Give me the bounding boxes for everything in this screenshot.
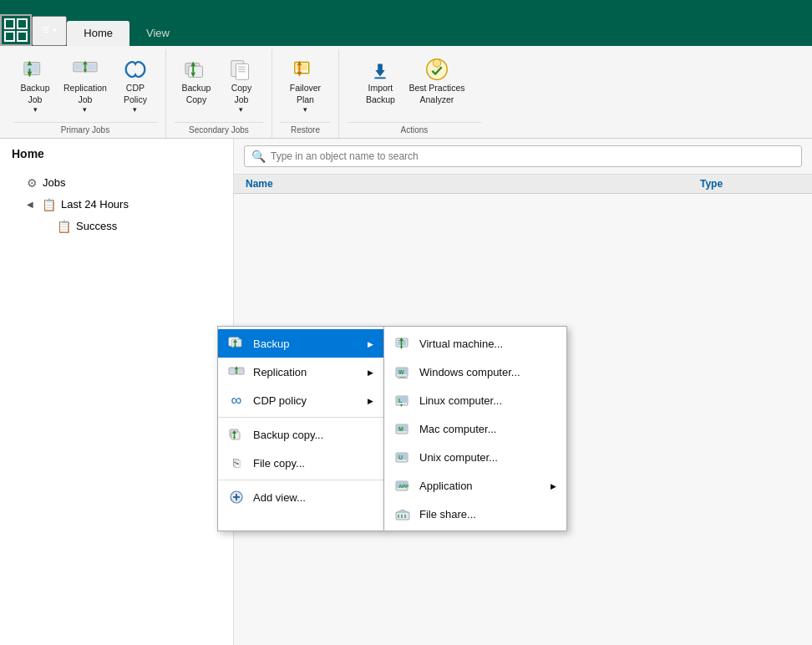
ctx-sub-unix-label: Unix computer... <box>419 451 556 464</box>
ctx-sub-application[interactable]: APP Application <box>384 471 566 500</box>
ctx-item-add-view[interactable]: Add view... <box>218 483 383 511</box>
ctx-sub-app-label: Application <box>419 480 532 492</box>
search-bar: 🔍 <box>234 139 812 175</box>
table-header: Name Type <box>234 175 812 194</box>
backup-job-label: Backup Job <box>20 83 49 105</box>
restore-label: Restore <box>281 122 330 138</box>
ctx-item-backup[interactable]: Backup <box>218 329 383 358</box>
ctx-backup-icon <box>228 335 245 352</box>
ctx-sub-mac[interactable]: M Mac computer... <box>384 414 566 443</box>
backup-job-icon <box>22 56 48 83</box>
hamburger-button[interactable]: ≡ ▾ <box>32 16 67 46</box>
tab-view[interactable]: View <box>129 21 186 46</box>
ctx-divider-2 <box>218 480 383 480</box>
tab-home[interactable]: Home <box>67 21 129 46</box>
ctx-file-copy-icon: ⎘ <box>228 455 245 471</box>
svg-rect-2 <box>18 19 27 28</box>
ctx-backup-label: Backup <box>253 338 349 350</box>
ctx-item-replication[interactable]: Replication <box>218 358 383 386</box>
svg-marker-40 <box>234 346 236 348</box>
ctx-item-backup-copy[interactable]: Backup copy... <box>218 420 383 449</box>
primary-jobs-label: Primary Jobs <box>13 122 157 138</box>
best-practices-icon <box>424 56 450 83</box>
ctx-sub-windows[interactable]: W Windows computer... <box>384 358 566 386</box>
svg-text:U: U <box>398 455 403 460</box>
copy-job-label: Copy Job <box>231 83 252 105</box>
svg-rect-10 <box>75 63 83 69</box>
title-bar: ≡ ▾ Home View <box>0 0 812 46</box>
ctx-sub-linux-label: Linux computer... <box>419 394 556 407</box>
svg-rect-3 <box>18 32 27 41</box>
ribbon-group-restore: Failover Plan Restore <box>272 49 339 138</box>
ctx-replication-icon <box>228 363 245 380</box>
best-practices-button[interactable]: Best Practices Analyzer <box>403 53 469 109</box>
ctx-sub-unix-icon: U <box>394 449 411 465</box>
best-practices-label: Best Practices Analyzer <box>409 83 464 105</box>
jobs-icon: ⚙ <box>27 176 38 190</box>
backup-copy-label: Backup Copy <box>181 83 211 105</box>
ctx-cdp-label: CDP policy <box>253 394 349 407</box>
ctx-cdp-icon: ∞ <box>228 392 245 409</box>
svg-text:L: L <box>398 398 403 404</box>
import-backup-button[interactable]: Import Backup <box>358 53 402 109</box>
failover-plan-label: Failover Plan <box>290 83 321 105</box>
svg-rect-81 <box>396 512 409 520</box>
svg-rect-12 <box>88 63 95 69</box>
ctx-add-view-label: Add view... <box>253 491 373 504</box>
jobs-label: Jobs <box>43 176 65 189</box>
cdp-policy-button[interactable]: CDP Policy <box>114 53 157 119</box>
import-backup-label: Import Backup <box>366 83 395 105</box>
tree-item-success[interactable]: 📋 Success <box>0 216 233 237</box>
ribbon-group-restore-items: Failover Plan <box>283 53 327 119</box>
context-menu: Backup Replication ∞ CDP po <box>217 326 384 531</box>
svg-text:W: W <box>398 369 404 375</box>
svg-rect-17 <box>189 66 203 77</box>
success-icon: 📋 <box>57 220 71 233</box>
tree-expand-last24: ◀ <box>27 200 37 209</box>
cdp-policy-icon <box>122 56 149 83</box>
hamburger-arrow: ▾ <box>53 26 57 34</box>
tree-item-last24[interactable]: ◀ 📋 Last 24 Hours <box>0 194 233 216</box>
ctx-sub-unix[interactable]: U Unix computer... <box>384 443 566 471</box>
tree-item-jobs[interactable]: ⚙ Jobs <box>0 172 233 194</box>
failover-plan-button[interactable]: Failover Plan <box>283 53 327 119</box>
ctx-sub-file-share[interactable]: File share... <box>384 500 566 528</box>
import-backup-icon <box>367 56 393 83</box>
svg-rect-44 <box>230 368 235 372</box>
ctx-replication-arrow <box>364 368 373 377</box>
ctx-item-file-copy[interactable]: ⎘ File copy... <box>218 449 383 477</box>
ctx-sub-fileshare-label: File share... <box>419 508 556 521</box>
left-panel-header: Home <box>0 139 233 169</box>
svg-marker-60 <box>400 347 403 349</box>
svg-rect-66 <box>398 378 408 378</box>
ctx-sub-app-icon: APP <box>394 477 411 494</box>
failover-plan-icon <box>292 56 318 83</box>
svg-rect-0 <box>5 19 14 28</box>
ribbon-group-primary-jobs: Backup Job Replication Job <box>5 49 166 138</box>
ribbon-group-primary-jobs-items: Backup Job Replication Job <box>13 53 157 119</box>
col-name-header: Name <box>246 178 700 190</box>
svg-point-34 <box>433 59 440 67</box>
ctx-add-view-icon <box>228 489 245 505</box>
ctx-sub-linux[interactable]: L Linux computer... <box>384 386 566 414</box>
tree-area: ⚙ Jobs ◀ 📋 Last 24 Hours 📋 Success <box>0 169 233 645</box>
search-input[interactable] <box>271 150 794 162</box>
backup-copy-button[interactable]: Backup Copy <box>175 53 218 109</box>
ribbon-group-actions-items: Import Backup Best Practices Analyzer <box>358 53 469 119</box>
ribbon-group-actions: Import Backup Best Practices Analyzer Ac… <box>339 49 490 138</box>
replication-job-button[interactable]: Replication Job <box>58 53 112 119</box>
replication-job-icon <box>72 56 99 83</box>
ctx-sub-vm-label: Virtual machine... <box>419 338 556 350</box>
cdp-policy-label: CDP Policy <box>124 83 147 105</box>
search-input-wrap[interactable]: 🔍 <box>244 145 802 167</box>
ctx-sub-virtual-machine[interactable]: Virtual machine... <box>384 329 566 358</box>
app-logo <box>0 14 32 46</box>
col-type-header: Type <box>700 178 800 190</box>
backup-job-button[interactable]: Backup Job <box>13 53 57 119</box>
success-label: Success <box>76 220 117 232</box>
copy-job-button[interactable]: Copy Job <box>220 53 263 119</box>
ribbon: Backup Job Replication Job <box>0 46 812 139</box>
ctx-item-cdp[interactable]: ∞ CDP policy <box>218 386 383 414</box>
svg-text:APP: APP <box>398 484 409 489</box>
svg-marker-28 <box>297 72 302 77</box>
